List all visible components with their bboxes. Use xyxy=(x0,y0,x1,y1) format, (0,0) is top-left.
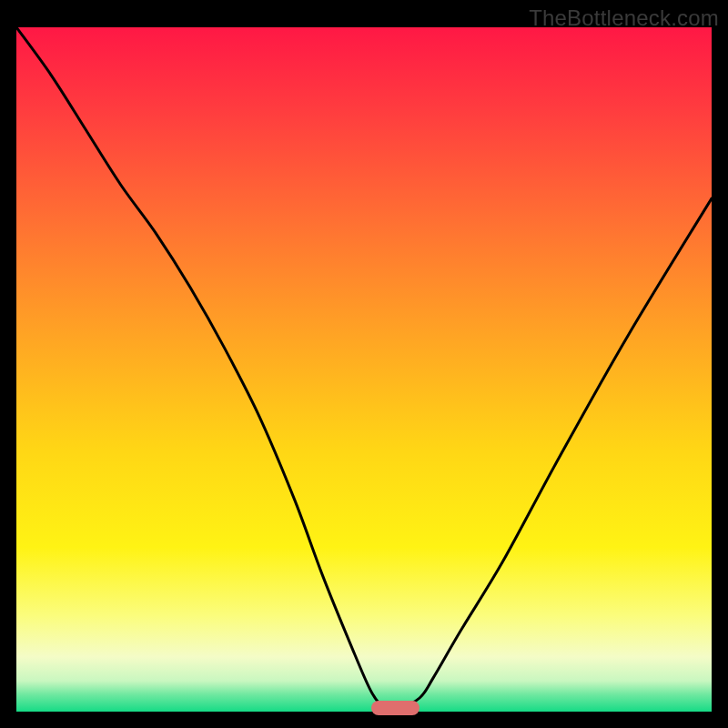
bottleneck-curve xyxy=(16,27,712,712)
chart-frame: TheBottleneck.com xyxy=(0,0,728,728)
optimal-marker xyxy=(371,701,420,715)
plot-area xyxy=(16,27,712,712)
